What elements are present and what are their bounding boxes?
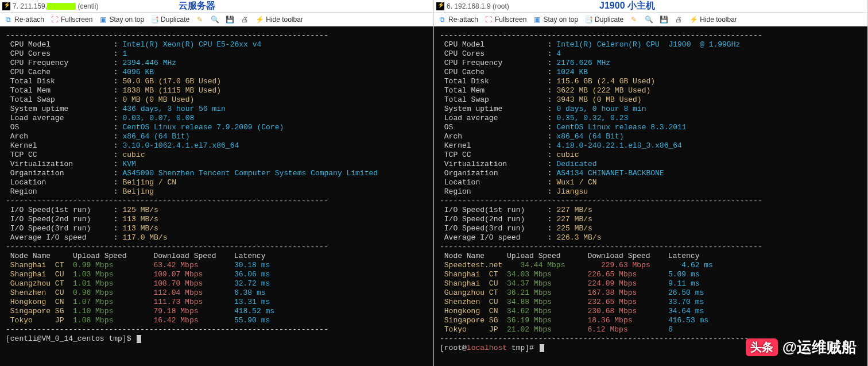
right-toolbar: ⧉Re-attach ⛶Fullscreen ▣Stay on top 📑Dup…: [434, 13, 867, 26]
print-button[interactable]: 🖨: [240, 15, 249, 24]
zoom-icon: 🔍: [644, 15, 653, 24]
hide-toolbar-button[interactable]: ⚡Hide toolbar: [255, 15, 303, 24]
app-icon: [2, 2, 10, 10]
bolt-icon: ⚡: [689, 15, 698, 24]
reattach-icon: ⧉: [437, 15, 447, 24]
watermark: 头条 @运维贼船: [746, 337, 857, 357]
edit-icon: ✎: [195, 15, 204, 24]
fullscreen-icon: ⛶: [484, 15, 493, 24]
fullscreen-icon: ⛶: [50, 15, 59, 24]
reattach-button[interactable]: ⧉Re-attach: [3, 15, 44, 24]
disk-button[interactable]: 💾: [225, 15, 234, 24]
app-icon: [436, 2, 444, 10]
reattach-button[interactable]: ⧉Re-attach: [437, 15, 478, 24]
disk-icon: 💾: [225, 15, 234, 24]
edit-button[interactable]: ✎: [629, 15, 638, 24]
right-titlebar: 6. 192.168.1.9 (root) J1900 小主机: [434, 0, 867, 13]
print-icon: 🖨: [240, 15, 249, 24]
bolt-icon: ⚡: [255, 15, 264, 24]
left-terminal[interactable]: ----------------------------------------…: [0, 26, 433, 366]
duplicate-button[interactable]: 📑Duplicate: [150, 15, 189, 24]
tab-title-left: 7. 211.159. (centli): [13, 2, 98, 10]
left-panel: 7. 211.159. (centli) 云服务器 ⧉Re-attach ⛶Fu…: [0, 0, 434, 366]
edit-button[interactable]: ✎: [195, 15, 204, 24]
watermark-text: @运维贼船: [782, 337, 857, 357]
hide-toolbar-button[interactable]: ⚡Hide toolbar: [689, 15, 737, 24]
right-panel: 6. 192.168.1.9 (root) J1900 小主机 ⧉Re-atta…: [434, 0, 868, 366]
edit-icon: ✎: [629, 15, 638, 24]
left-toolbar: ⧉Re-attach ⛶Fullscreen ▣Stay on top 📑Dup…: [0, 13, 433, 26]
zoom-button[interactable]: 🔍: [644, 15, 653, 24]
watermark-badge: 头条: [746, 338, 778, 356]
print-icon: 🖨: [674, 15, 683, 24]
stayontop-button[interactable]: ▣Stay on top: [98, 15, 144, 24]
duplicate-button[interactable]: 📑Duplicate: [584, 15, 623, 24]
right-header-label: J1900 小主机: [599, 0, 655, 12]
pin-icon: ▣: [532, 15, 541, 24]
redacted-ip: [47, 3, 76, 10]
left-titlebar: 7. 211.159. (centli) 云服务器: [0, 0, 433, 13]
fullscreen-button[interactable]: ⛶Fullscreen: [484, 15, 526, 24]
stayontop-button[interactable]: ▣Stay on top: [532, 15, 578, 24]
reattach-icon: ⧉: [3, 15, 13, 24]
right-terminal[interactable]: ----------------------------------------…: [434, 26, 867, 366]
disk-button[interactable]: 💾: [659, 15, 668, 24]
duplicate-icon: 📑: [584, 15, 593, 24]
fullscreen-button[interactable]: ⛶Fullscreen: [50, 15, 92, 24]
zoom-button[interactable]: 🔍: [210, 15, 219, 24]
duplicate-icon: 📑: [150, 15, 159, 24]
left-header-label: 云服务器: [179, 0, 215, 12]
tab-title-right: 6. 192.168.1.9 (root): [447, 2, 509, 10]
pin-icon: ▣: [98, 15, 107, 24]
disk-icon: 💾: [659, 15, 668, 24]
zoom-icon: 🔍: [210, 15, 219, 24]
print-button[interactable]: 🖨: [674, 15, 683, 24]
